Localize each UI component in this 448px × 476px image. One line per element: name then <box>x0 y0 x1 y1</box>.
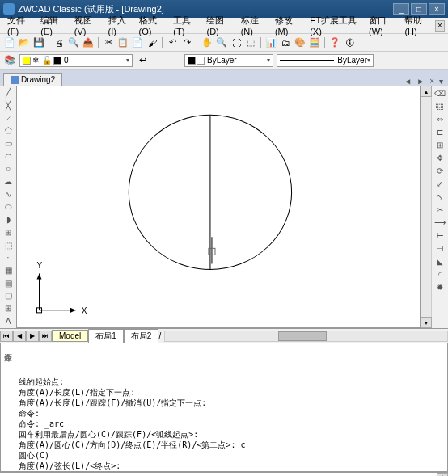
menu-edit[interactable]: 编辑(E) <box>36 13 70 38</box>
circle-icon[interactable]: ○ <box>2 163 14 175</box>
print-preview-icon[interactable]: 🔍 <box>67 36 80 49</box>
menu-et-tools[interactable]: ET扩展工具(X) <box>306 13 365 38</box>
design-center-icon[interactable]: 🗂 <box>279 36 292 49</box>
new-icon[interactable]: 📄 <box>3 36 16 49</box>
join-icon[interactable]: ⊣ <box>434 242 446 254</box>
tab-next-icon[interactable]: ▶ <box>26 331 39 342</box>
document-icon <box>11 76 19 84</box>
command-line-wrap: 命令: ▴ ▾ <box>0 472 448 476</box>
tab-dropdown-icon[interactable]: ▾ <box>437 77 445 86</box>
cmd-scroll-up-icon[interactable]: ▴ <box>437 473 448 476</box>
rotate-icon[interactable]: ⟳ <box>434 165 446 176</box>
menubar-close-button[interactable]: × <box>435 20 445 32</box>
undo-icon[interactable]: ↶ <box>166 36 179 49</box>
construction-line-icon[interactable]: ╳ <box>2 100 14 112</box>
break-icon[interactable]: ⊢ <box>434 230 446 241</box>
print-icon[interactable]: 🖨 <box>53 36 66 49</box>
layout1-tab[interactable]: 布局1 <box>88 329 124 343</box>
tab-nav-left-icon[interactable]: ◄ <box>402 77 413 86</box>
help-icon[interactable]: ❓ <box>328 36 341 49</box>
scroll-track[interactable] <box>421 97 432 317</box>
ellipse-icon[interactable]: ⬭ <box>2 201 14 213</box>
menu-dimension[interactable]: 标注(N) <box>237 13 271 38</box>
menu-insert[interactable]: 插入(I) <box>104 13 135 38</box>
layer-manager-icon[interactable]: 📚 <box>3 54 16 67</box>
command-history[interactable]: 源命令 线的起始点:角度(A)/长度(L)/指定下一点:角度(A)/长度(L)/… <box>0 343 448 472</box>
publish-icon[interactable]: 📤 <box>82 36 95 49</box>
pan-icon[interactable]: ✋ <box>201 36 213 49</box>
point-icon[interactable]: · <box>2 252 14 263</box>
table-icon[interactable]: ⊞ <box>2 303 14 314</box>
tab-first-icon[interactable]: ⏮ <box>0 331 13 342</box>
extend-icon[interactable]: ⟶ <box>434 217 446 228</box>
polygon-icon[interactable]: ⬠ <box>2 125 14 137</box>
menu-draw[interactable]: 绘图(D) <box>202 13 236 38</box>
chamfer-icon[interactable]: ◣ <box>434 255 446 267</box>
tab-last-icon[interactable]: ⏭ <box>39 331 52 342</box>
save-icon[interactable]: 💾 <box>32 36 45 49</box>
menu-view[interactable]: 视图(V) <box>70 13 104 38</box>
scroll-up-icon[interactable]: ▴ <box>421 86 432 97</box>
scale-icon[interactable]: ⤢ <box>434 178 446 189</box>
linetype-dropdown[interactable]: ByLayer ▾ <box>277 54 374 67</box>
scroll-down-icon[interactable]: ▾ <box>421 317 432 328</box>
line-icon[interactable]: ╱ <box>2 87 14 99</box>
copy-icon[interactable]: 📋 <box>116 36 129 49</box>
arc-icon[interactable]: ◠ <box>2 150 14 162</box>
move-icon[interactable]: ✥ <box>434 152 446 163</box>
zoom-icon[interactable]: 🔍 <box>215 36 228 49</box>
color-dropdown[interactable]: ByLayer ▾ <box>184 54 273 67</box>
properties-icon[interactable]: 📊 <box>264 36 277 49</box>
scroll-thumb[interactable] <box>278 331 327 341</box>
model-tab[interactable]: Model <box>52 330 88 342</box>
erase-icon[interactable]: ⌫ <box>434 87 446 99</box>
calculator-icon[interactable]: 🧮 <box>308 36 321 49</box>
tab-close-icon[interactable]: × <box>428 77 436 86</box>
offset-icon[interactable]: ⊏ <box>434 126 446 137</box>
menu-modify[interactable]: 修改(M) <box>271 13 306 38</box>
hatch-icon[interactable]: ▦ <box>2 265 14 276</box>
make-block-icon[interactable]: ⬚ <box>2 239 14 251</box>
tool-palettes-icon[interactable]: 🎨 <box>294 36 306 49</box>
insert-block-icon[interactable]: ⊞ <box>2 227 14 238</box>
about-icon[interactable]: 🛈 <box>343 36 356 49</box>
gradient-icon[interactable]: ▤ <box>2 277 14 289</box>
vertical-scrollbar[interactable]: ▴ ▾ <box>421 86 432 328</box>
tab-prev-icon[interactable]: ◀ <box>13 331 26 342</box>
revcloud-icon[interactable]: ☁ <box>2 176 14 187</box>
array-icon[interactable]: ⊞ <box>434 139 446 150</box>
fillet-icon[interactable]: ◜ <box>434 268 446 280</box>
polyline-icon[interactable]: ⟋ <box>2 112 14 124</box>
rectangle-icon[interactable]: ▭ <box>2 138 14 150</box>
command-line[interactable]: 命令: <box>0 473 437 476</box>
mtext-icon[interactable]: A <box>2 315 14 326</box>
horizontal-scrollbar[interactable] <box>164 331 448 342</box>
region-icon[interactable]: ▢ <box>2 290 14 301</box>
layer-previous-icon[interactable]: ↩ <box>136 54 149 67</box>
cut-icon[interactable]: ✂ <box>102 36 115 49</box>
trim-icon[interactable]: ✂ <box>434 204 446 215</box>
menu-help[interactable]: 帮助(H) <box>400 13 434 38</box>
menu-file[interactable]: 文件(F) <box>3 13 36 38</box>
copy-object-icon[interactable]: ⿻ <box>434 100 446 112</box>
match-properties-icon[interactable]: 🖌 <box>146 36 158 49</box>
mirror-icon[interactable]: ⇔ <box>434 113 446 124</box>
spline-icon[interactable]: ∿ <box>2 189 14 200</box>
menu-window[interactable]: 窗口(W) <box>365 13 400 38</box>
stretch-icon[interactable]: ⤡ <box>434 191 446 202</box>
open-icon[interactable]: 📂 <box>18 36 31 49</box>
drawing-canvas[interactable]: X Y <box>16 86 421 328</box>
menu-tools[interactable]: 工具(T) <box>169 13 202 38</box>
redo-icon[interactable]: ↷ <box>180 36 193 49</box>
layout2-tab[interactable]: 布局2 <box>124 329 159 343</box>
layer-dropdown[interactable]: ❄ 🔓 0 ▾ <box>19 54 133 67</box>
zoom-previous-icon[interactable]: ⬚ <box>244 36 257 49</box>
document-tab[interactable]: Drawing2 <box>3 73 62 86</box>
zoom-window-icon[interactable]: ⛶ <box>230 36 243 49</box>
command-history-line: 线的起始点: <box>19 377 444 387</box>
explode-icon[interactable]: ✹ <box>434 281 446 293</box>
ellipse-arc-icon[interactable]: ◗ <box>2 214 14 225</box>
tab-nav-right-icon[interactable]: ► <box>415 77 426 86</box>
paste-icon[interactable]: 📄 <box>131 36 144 49</box>
menu-format[interactable]: 格式(O) <box>135 13 170 38</box>
